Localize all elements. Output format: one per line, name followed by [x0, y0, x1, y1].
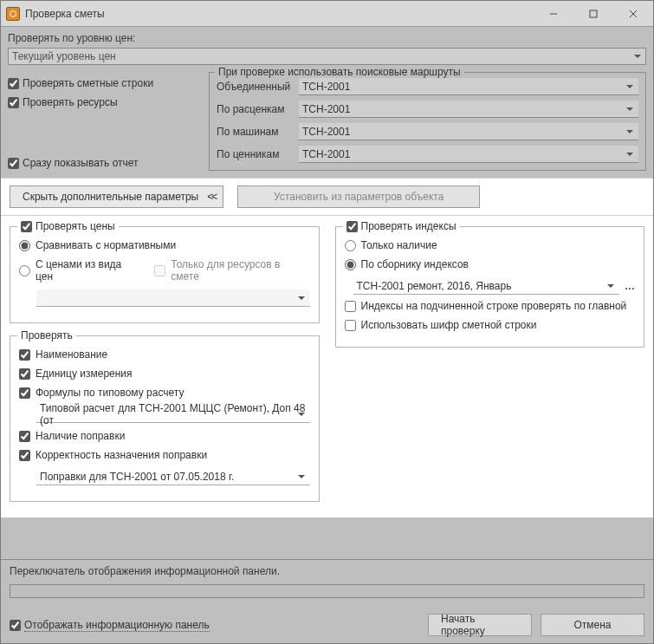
browse-button[interactable]: …: [625, 280, 635, 292]
check-smeta-rows[interactable]: Проверять сметные строки: [8, 77, 198, 89]
chk-corr-correct[interactable]: Корректность назначения поправки: [19, 449, 310, 461]
chk-formulas[interactable]: Формулы по типовому расчету: [19, 387, 310, 399]
chevron-down-icon: [298, 296, 305, 300]
chk-unit[interactable]: Единицу измерения: [19, 368, 310, 380]
route-3-dropdown[interactable]: ТСН-2001: [299, 146, 638, 163]
formulas-dropdown[interactable]: Типовой расчет для ТСН-2001 МЦЦС (Ремонт…: [36, 406, 310, 423]
radio-normative[interactable]: Сравнивать с нормативными: [19, 239, 310, 251]
chevron-left-icon: <<: [207, 191, 216, 203]
chk-has-correction[interactable]: Наличие поправки: [19, 430, 310, 442]
check-indexes-group: Проверять индексы Только наличие По сбор…: [335, 226, 645, 348]
price-level-dropdown[interactable]: Текущий уровень цен: [8, 48, 646, 65]
chevron-down-icon: [626, 107, 633, 111]
radio-from-type[interactable]: С ценами из вида цен: [19, 258, 140, 283]
set-from-object-button[interactable]: Установить из параметров объекта: [237, 185, 480, 208]
index-book-dropdown[interactable]: ТСН-2001 ремонт, 2016, Январь: [353, 277, 620, 295]
chevron-down-icon: [626, 153, 633, 156]
chevron-down-icon: [298, 475, 305, 478]
close-button[interactable]: [613, 1, 653, 26]
chk-use-cipher[interactable]: Использовать шифр сметной строки: [345, 319, 636, 331]
check-resources[interactable]: Проверять ресурсы: [8, 96, 198, 108]
routes-legend: При проверке использовать поисковые марш…: [215, 66, 464, 78]
only-for-resources: Только для ресурсов в смете: [154, 258, 309, 283]
chk-name[interactable]: Наименование: [19, 348, 310, 361]
cancel-button[interactable]: Отмена: [541, 614, 644, 636]
chevron-down-icon: [631, 55, 644, 58]
radio-only-presence[interactable]: Только наличие: [345, 239, 636, 251]
info-panel: Переключатель отображения информационной…: [1, 559, 653, 607]
check-prices-group: Проверять цены Сравнивать с нормативными…: [10, 226, 320, 323]
maximize-button[interactable]: [573, 1, 613, 26]
progress-bar: [10, 584, 644, 598]
routes-group: При проверке использовать поисковые марш…: [209, 72, 646, 171]
route-1-dropdown[interactable]: ТСН-2001: [299, 101, 638, 118]
corrections-dropdown[interactable]: Поправки для ТСН-2001 от 07.05.2018 г.: [36, 468, 310, 485]
chevron-down-icon: [607, 284, 614, 288]
route-3-label: По ценникам: [217, 148, 299, 160]
chk-sub-by-main[interactable]: Индексы на подчиненной строке проверять …: [345, 300, 636, 312]
check-prices-toggle[interactable]: [21, 221, 32, 232]
price-level-label: Проверять по уровню цен:: [8, 32, 646, 44]
route-1-label: По расценкам: [217, 103, 299, 115]
start-check-button[interactable]: Начать проверку: [428, 614, 532, 636]
check-general-group: Проверять Наименование Единицу измерения…: [10, 335, 320, 502]
info-message: Переключатель отображения информационной…: [10, 565, 644, 577]
show-report-now-box[interactable]: [8, 158, 19, 169]
hide-params-button[interactable]: Скрыть дополнительные параметры <<: [10, 185, 223, 208]
app-icon: [6, 7, 20, 21]
check-indexes-toggle[interactable]: [346, 221, 358, 232]
radio-by-book[interactable]: По сборнику индексов: [345, 258, 636, 270]
route-2-label: По машинам: [217, 126, 299, 138]
minimize-button[interactable]: [534, 1, 573, 26]
price-level-value: Текущий уровень цен: [12, 50, 116, 62]
chevron-down-icon: [626, 130, 633, 133]
window-title: Проверка сметы: [25, 8, 534, 20]
check-resources-box[interactable]: [8, 97, 19, 108]
check-smeta-rows-box[interactable]: [8, 78, 19, 89]
chevron-down-icon: [626, 85, 633, 88]
route-0-dropdown[interactable]: ТСН-2001: [299, 78, 638, 95]
show-report-now[interactable]: Сразу показывать отчет: [8, 157, 198, 169]
route-0-label: Объединенный: [217, 81, 299, 93]
chevron-down-icon: [298, 413, 305, 416]
show-info-panel-toggle[interactable]: Отображать информационную панель: [10, 619, 210, 632]
svg-rect-1: [590, 10, 597, 17]
price-type-dropdown: [36, 289, 310, 307]
route-2-dropdown[interactable]: ТСН-2001: [299, 123, 638, 140]
